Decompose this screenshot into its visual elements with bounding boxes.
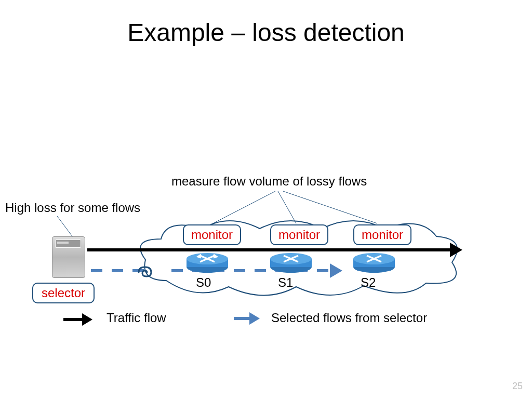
high-loss-label: High loss for some flows: [5, 201, 140, 215]
router-label-s0: S0: [196, 275, 211, 290]
slide-title: Example – loss detection: [0, 18, 532, 47]
svg-line-3: [283, 191, 377, 223]
svg-line-0: [57, 216, 73, 237]
monitor-box-0: monitor: [183, 224, 241, 245]
legend-selected-label: Selected flows from selector: [271, 311, 427, 325]
svg-line-2: [278, 191, 296, 223]
pointer-monitors: [208, 189, 390, 225]
monitor-box-2: monitor: [353, 224, 411, 245]
selector-box: selector: [32, 283, 95, 303]
legend-traffic-label: Traffic flow: [107, 311, 166, 325]
measure-flow-label: measure flow volume of lossy flows: [171, 174, 367, 189]
router-label-s1: S1: [278, 275, 293, 290]
router-label-s2: S2: [361, 275, 376, 290]
router-s0-icon: [185, 252, 229, 273]
monitor-box-1: monitor: [270, 224, 328, 245]
legend-traffic-arrow-icon: [63, 318, 83, 321]
router-s2-icon: [352, 252, 396, 273]
spiral-icon: [137, 265, 154, 282]
legend-selected-arrow-icon: [234, 317, 250, 320]
traffic-arrow: [87, 248, 451, 251]
page-number: 25: [512, 381, 523, 392]
svg-line-1: [213, 191, 275, 223]
router-s1-icon: [269, 252, 313, 273]
server-icon: [52, 236, 84, 277]
